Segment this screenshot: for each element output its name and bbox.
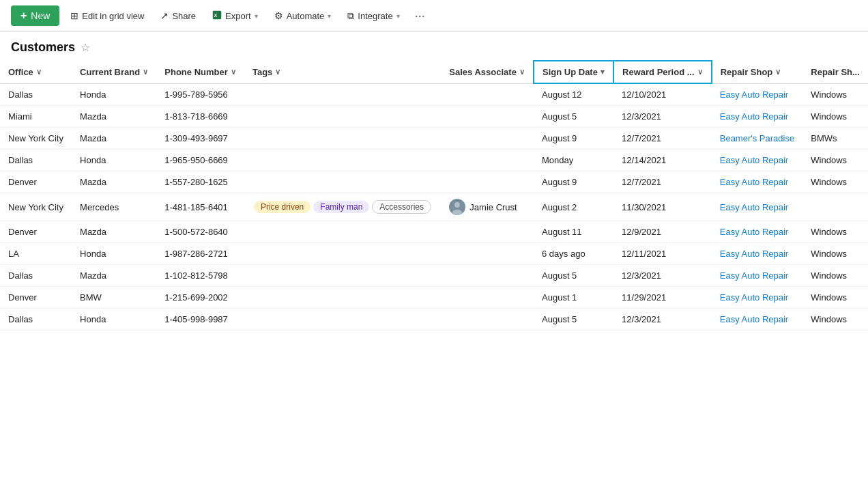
table-row: DenverMazda1-557-280-1625August 912/7/20… — [0, 171, 868, 193]
cell-phone_number: 1-995-789-5956 — [156, 83, 244, 106]
table-header-row: Office∨Current Brand∨Phone Number∨Tags∨S… — [0, 61, 868, 83]
cell-repair_sh2: Windows — [802, 106, 868, 128]
sales-associate-cell: Jamie Crust — [449, 199, 525, 215]
repair-shop-link[interactable]: Easy Auto Repair — [720, 177, 788, 187]
automate-button[interactable]: ⚙ Automate ▾ — [269, 7, 337, 25]
cell-repair_shop: Easy Auto Repair — [712, 193, 803, 221]
cell-repair_shop: Easy Auto Repair — [712, 106, 803, 128]
cell-current_brand: Mercedes — [72, 193, 156, 221]
repair-shop-link[interactable]: Easy Auto Repair — [720, 202, 788, 212]
cell-repair_sh2: Windows — [802, 287, 868, 309]
table-row: DallasMazda1-102-812-5798August 512/3/20… — [0, 265, 868, 287]
cell-tags — [244, 309, 441, 331]
table-row: DallasHonda1-995-789-5956August 1212/10/… — [0, 83, 868, 106]
cell-sales_associate — [441, 83, 534, 106]
repair-shop-link[interactable]: Easy Auto Repair — [720, 111, 788, 122]
table-row: MiamiMazda1-813-718-6669August 512/3/202… — [0, 106, 868, 128]
tag: Price driven — [254, 201, 310, 213]
cell-sales_associate — [441, 171, 534, 193]
cell-sales_associate — [441, 150, 534, 171]
avatar — [449, 199, 465, 215]
toolbar: + New ⊞ Edit in grid view ↗ Share X Expo… — [0, 0, 868, 32]
sort-icon-repair_shop: ∨ — [775, 68, 781, 76]
star-icon[interactable]: ☆ — [81, 41, 90, 54]
cell-current_brand: Mazda — [72, 106, 156, 128]
cell-office: LA — [0, 243, 72, 265]
repair-shop-link[interactable]: Easy Auto Repair — [720, 227, 788, 237]
share-icon: ↗ — [160, 10, 169, 21]
table-row: DenverBMW1-215-699-2002August 111/29/202… — [0, 287, 868, 309]
repair-shop-link[interactable]: Easy Auto Repair — [720, 270, 788, 281]
cell-sales_associate: Jamie Crust — [441, 193, 534, 221]
export-button[interactable]: X Export ▾ — [207, 7, 263, 25]
column-label-repair_shop: Repair Shop — [721, 67, 773, 77]
cell-sign_up_date: Monday — [534, 150, 613, 171]
repair-shop-link[interactable]: Easy Auto Repair — [720, 89, 788, 100]
column-header-office[interactable]: Office∨ — [0, 61, 72, 83]
table-row: New York CityMazda1-309-493-9697August 9… — [0, 128, 868, 150]
cell-repair_sh2: Windows — [802, 221, 868, 243]
cell-current_brand: Mazda — [72, 265, 156, 287]
table-row: New York CityMercedes1-481-185-6401Price… — [0, 193, 868, 221]
cell-tags — [244, 171, 441, 193]
cell-sign_up_date: 6 days ago — [534, 243, 613, 265]
cell-repair_shop: Easy Auto Repair — [712, 243, 803, 265]
more-options-button[interactable]: ··· — [411, 6, 429, 26]
cell-sales_associate — [441, 265, 534, 287]
cell-phone_number: 1-102-812-5798 — [156, 265, 244, 287]
repair-shop-link[interactable]: Easy Auto Repair — [720, 314, 788, 324]
cell-sales_associate — [441, 106, 534, 128]
cell-office: New York City — [0, 128, 72, 150]
column-header-repair_shop[interactable]: Repair Shop∨ — [712, 61, 803, 83]
cell-sign_up_date: August 9 — [534, 128, 613, 150]
column-header-current_brand[interactable]: Current Brand∨ — [72, 61, 156, 83]
cell-phone_number: 1-813-718-6669 — [156, 106, 244, 128]
cell-repair_sh2: Windows — [802, 150, 868, 171]
cell-phone_number: 1-215-699-2002 — [156, 287, 244, 309]
column-header-tags[interactable]: Tags∨ — [244, 61, 441, 83]
cell-repair_shop: Easy Auto Repair — [712, 171, 803, 193]
column-header-repair_sh2[interactable]: Repair Sh... — [802, 61, 868, 83]
column-label-office: Office — [8, 67, 33, 77]
cell-sign_up_date: August 12 — [534, 83, 613, 106]
column-header-sales_associate[interactable]: Sales Associate∨ — [441, 61, 534, 83]
integrate-label: Integrate — [358, 11, 392, 21]
cell-office: Denver — [0, 171, 72, 193]
cell-repair_shop: Easy Auto Repair — [712, 287, 803, 309]
cell-current_brand: Honda — [72, 309, 156, 331]
cell-reward_period: 12/14/2021 — [613, 150, 712, 171]
cell-repair_sh2: Windows — [802, 83, 868, 106]
cell-office: Denver — [0, 221, 72, 243]
cell-reward_period: 12/10/2021 — [613, 83, 712, 106]
table-row: DenverMazda1-500-572-8640August 1112/9/2… — [0, 221, 868, 243]
tag: Family man — [313, 201, 369, 213]
repair-shop-link[interactable]: Easy Auto Repair — [720, 249, 788, 259]
column-header-sign_up_date[interactable]: Sign Up Date▾ — [534, 61, 613, 83]
table-wrapper: Office∨Current Brand∨Phone Number∨Tags∨S… — [0, 60, 868, 331]
edit-grid-label: Edit in grid view — [82, 11, 144, 21]
repair-shop-link[interactable]: Easy Auto Repair — [720, 155, 788, 165]
column-header-reward_period[interactable]: Reward Period ...∨ — [613, 61, 712, 83]
cell-office: Dallas — [0, 150, 72, 171]
column-label-phone_number: Phone Number — [164, 67, 227, 77]
repair-shop-link[interactable]: Beamer's Paradise — [720, 133, 794, 143]
cell-reward_period: 12/3/2021 — [613, 309, 712, 331]
cell-sales_associate — [441, 243, 534, 265]
column-label-tags: Tags — [252, 67, 272, 77]
cell-sign_up_date: August 5 — [534, 106, 613, 128]
export-label: Export — [225, 11, 251, 21]
grid-icon: ⊞ — [70, 10, 78, 21]
integrate-button[interactable]: ⧉ Integrate ▾ — [342, 7, 405, 25]
new-button[interactable]: + New — [11, 5, 59, 26]
cell-sign_up_date: August 2 — [534, 193, 613, 221]
cell-repair_sh2: BMWs — [802, 128, 868, 150]
cell-tags — [244, 265, 441, 287]
column-header-phone_number[interactable]: Phone Number∨ — [156, 61, 244, 83]
cell-current_brand: Honda — [72, 150, 156, 171]
cell-sign_up_date: August 1 — [534, 287, 613, 309]
repair-shop-link[interactable]: Easy Auto Repair — [720, 292, 788, 303]
cell-repair_sh2: Windows — [802, 265, 868, 287]
sort-icon-current_brand: ∨ — [143, 68, 148, 76]
edit-grid-button[interactable]: ⊞ Edit in grid view — [65, 7, 149, 25]
share-button[interactable]: ↗ Share — [155, 7, 201, 25]
